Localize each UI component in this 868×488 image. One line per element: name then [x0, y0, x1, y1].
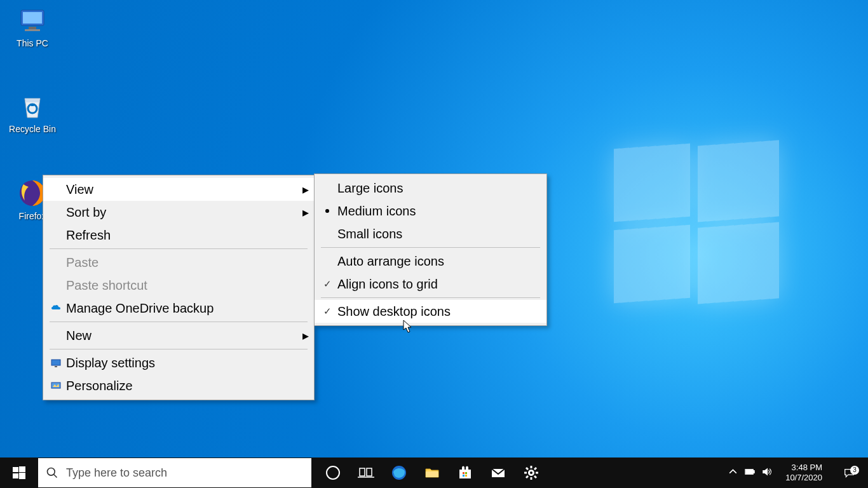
bullet-icon [320, 209, 335, 213]
taskbar-settings-button[interactable] [515, 458, 548, 488]
svg-rect-22 [463, 472, 465, 474]
taskbar-cortana-button[interactable] [316, 458, 349, 488]
task-view-icon [358, 464, 374, 481]
menu-item-label: Manage OneDrive backup [64, 301, 309, 316]
tray-show-hidden-icon[interactable] [728, 466, 738, 479]
svg-rect-37 [746, 470, 752, 474]
clock-date: 10/7/2020 [785, 473, 822, 483]
start-button[interactable] [0, 458, 38, 488]
windows-logo-icon [13, 466, 25, 479]
svg-rect-25 [465, 475, 467, 477]
svg-rect-3 [25, 29, 40, 31]
svg-rect-12 [19, 473, 25, 479]
svg-rect-8 [51, 383, 60, 388]
chevron-right-icon: ▸ [297, 328, 309, 343]
svg-rect-20 [426, 471, 438, 477]
check-icon: ✓ [320, 306, 335, 317]
svg-rect-7 [55, 366, 57, 367]
menu-item-label: Paste shortcut [64, 278, 309, 293]
submenu-item-align-grid[interactable]: ✓ Align icons to grid [315, 273, 546, 295]
personalize-icon [48, 381, 64, 391]
menu-item-display-settings[interactable]: Display settings [43, 351, 314, 374]
menu-item-paste: Paste [43, 251, 314, 274]
menu-item-label: Display settings [64, 356, 309, 370]
svg-rect-16 [360, 468, 365, 476]
gear-icon [523, 464, 539, 481]
taskbar-clock[interactable]: 3:48 PM 10/7/2020 [780, 463, 827, 483]
store-icon [457, 464, 473, 481]
menu-item-label: Show desktop icons [335, 304, 541, 319]
edge-icon [391, 464, 407, 481]
taskbar-store-button[interactable] [449, 458, 482, 488]
menu-item-label: Small icons [335, 227, 541, 241]
menu-item-label: Medium icons [335, 204, 541, 219]
taskbar-search-box[interactable]: Type here to search [38, 458, 311, 487]
chevron-right-icon: ▸ [297, 205, 309, 220]
svg-rect-24 [463, 475, 465, 477]
svg-rect-17 [367, 468, 372, 476]
file-explorer-icon [424, 464, 440, 481]
svg-rect-6 [51, 360, 60, 365]
onedrive-icon [48, 303, 64, 313]
taskbar-file-explorer-button[interactable] [416, 458, 449, 488]
taskbar-mail-button[interactable] [482, 458, 515, 488]
menu-item-personalize[interactable]: Personalize [43, 374, 314, 397]
view-submenu: Large icons Medium icons Small icons Aut… [314, 173, 547, 326]
clock-time: 3:48 PM [785, 463, 822, 473]
tray-volume-icon[interactable] [762, 466, 773, 479]
menu-separator [321, 297, 540, 298]
menu-item-label: Align icons to grid [335, 277, 541, 292]
menu-item-paste-shortcut: Paste shortcut [43, 274, 314, 297]
taskbar: Type here to search [0, 458, 868, 488]
background-windows-logo [614, 146, 779, 311]
desktop-context-menu: View ▸ Sort by ▸ Refresh Paste Paste sho… [43, 175, 315, 400]
menu-item-label: Refresh [64, 228, 309, 243]
menu-item-label: New [64, 329, 297, 343]
svg-line-32 [534, 476, 536, 478]
svg-point-13 [48, 468, 55, 476]
menu-separator [50, 349, 308, 349]
action-center-button[interactable]: 3 [835, 468, 863, 478]
menu-separator [50, 248, 308, 249]
display-settings-icon [48, 358, 64, 368]
menu-item-view[interactable]: View ▸ [43, 178, 314, 201]
menu-item-label: Personalize [64, 379, 309, 393]
desktop-icon-recycle-bin[interactable]: Recycle Bin [4, 91, 61, 134]
menu-item-new[interactable]: New ▸ [43, 324, 314, 347]
menu-item-manage-onedrive[interactable]: Manage OneDrive backup [43, 297, 314, 320]
tray-battery-icon[interactable] [745, 466, 756, 479]
recycle-bin-icon [17, 91, 48, 121]
system-tray: 3:48 PM 10/7/2020 3 [722, 463, 868, 483]
svg-rect-10 [19, 466, 25, 472]
svg-line-31 [526, 468, 528, 470]
svg-rect-36 [753, 471, 754, 473]
submenu-item-small-icons[interactable]: Small icons [315, 222, 546, 245]
svg-line-14 [54, 475, 57, 478]
this-pc-icon [17, 5, 48, 36]
search-icon [38, 466, 66, 479]
desktop-icon-label: Recycle Bin [9, 124, 56, 134]
menu-item-label: Large icons [335, 181, 541, 196]
menu-item-label: Sort by [64, 205, 297, 220]
submenu-item-auto-arrange[interactable]: Auto arrange icons [315, 250, 546, 273]
menu-separator [321, 247, 540, 248]
menu-item-label: View [64, 182, 297, 197]
submenu-item-large-icons[interactable]: Large icons [315, 177, 546, 200]
svg-line-34 [534, 468, 536, 470]
taskbar-edge-button[interactable] [383, 458, 416, 488]
desktop-icon-label: This PC [17, 38, 48, 48]
submenu-item-medium-icons[interactable]: Medium icons [315, 200, 546, 222]
search-placeholder: Type here to search [66, 466, 167, 480]
taskbar-task-view-button[interactable] [349, 458, 383, 488]
svg-line-33 [526, 476, 528, 478]
menu-item-sort-by[interactable]: Sort by ▸ [43, 201, 314, 224]
menu-item-refresh[interactable]: Refresh [43, 224, 314, 247]
menu-item-label: Auto arrange icons [335, 254, 541, 269]
desktop-icon-this-pc[interactable]: This PC [4, 5, 61, 48]
check-icon: ✓ [320, 278, 335, 290]
desktop-icon-label: Firefox [19, 211, 46, 221]
submenu-item-show-desktop-icons[interactable]: ✓ Show desktop icons [315, 300, 546, 323]
menu-item-label: Paste [64, 255, 309, 270]
cortana-icon [325, 464, 341, 481]
svg-rect-23 [465, 472, 467, 474]
